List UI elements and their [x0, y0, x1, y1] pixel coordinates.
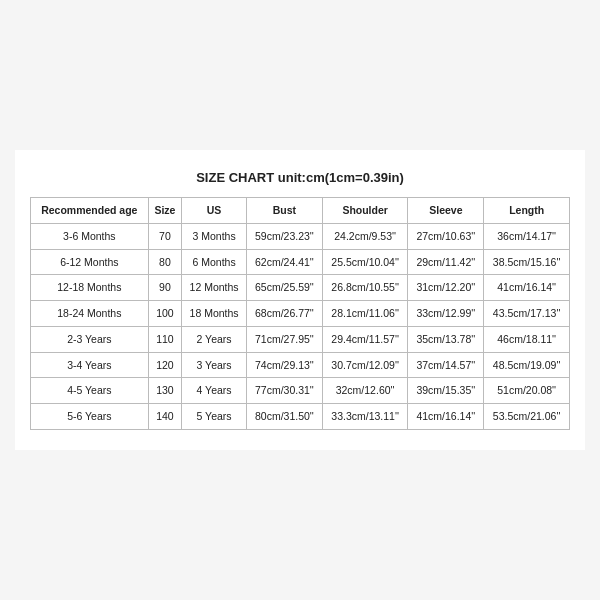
- table-cell: 37cm/14.57'': [408, 352, 484, 378]
- column-header: Shoulder: [322, 198, 408, 224]
- size-chart-container: SIZE CHART unit:cm(1cm=0.39in) Recommend…: [15, 150, 585, 449]
- table-cell: 36cm/14.17'': [484, 224, 570, 250]
- table-cell: 41cm/16.14'': [484, 275, 570, 301]
- chart-title: SIZE CHART unit:cm(1cm=0.39in): [30, 170, 570, 185]
- table-cell: 100: [148, 301, 182, 327]
- table-cell: 5 Years: [182, 403, 247, 429]
- table-cell: 29.4cm/11.57'': [322, 326, 408, 352]
- table-row: 5-6 Years1405 Years80cm/31.50''33.3cm/13…: [31, 403, 570, 429]
- table-cell: 28.1cm/11.06'': [322, 301, 408, 327]
- table-cell: 43.5cm/17.13'': [484, 301, 570, 327]
- table-cell: 3 Months: [182, 224, 247, 250]
- table-row: 4-5 Years1304 Years77cm/30.31''32cm/12.6…: [31, 378, 570, 404]
- table-cell: 46cm/18.11'': [484, 326, 570, 352]
- table-row: 18-24 Months10018 Months68cm/26.77''28.1…: [31, 301, 570, 327]
- table-cell: 51cm/20.08'': [484, 378, 570, 404]
- table-body: 3-6 Months703 Months59cm/23.23''24.2cm/9…: [31, 224, 570, 430]
- table-cell: 27cm/10.63'': [408, 224, 484, 250]
- size-table: Recommended ageSizeUSBustShoulderSleeveL…: [30, 197, 570, 429]
- table-cell: 90: [148, 275, 182, 301]
- table-cell: 65cm/25.59'': [246, 275, 322, 301]
- table-cell: 70: [148, 224, 182, 250]
- table-cell: 31cm/12.20'': [408, 275, 484, 301]
- table-cell: 32cm/12.60'': [322, 378, 408, 404]
- table-cell: 12-18 Months: [31, 275, 149, 301]
- table-cell: 120: [148, 352, 182, 378]
- table-cell: 62cm/24.41'': [246, 249, 322, 275]
- column-header: Size: [148, 198, 182, 224]
- table-cell: 68cm/26.77'': [246, 301, 322, 327]
- column-header: Length: [484, 198, 570, 224]
- table-cell: 53.5cm/21.06'': [484, 403, 570, 429]
- table-row: 2-3 Years1102 Years71cm/27.95''29.4cm/11…: [31, 326, 570, 352]
- table-row: 3-6 Months703 Months59cm/23.23''24.2cm/9…: [31, 224, 570, 250]
- table-cell: 2-3 Years: [31, 326, 149, 352]
- table-cell: 38.5cm/15.16'': [484, 249, 570, 275]
- table-cell: 48.5cm/19.09'': [484, 352, 570, 378]
- table-cell: 30.7cm/12.09'': [322, 352, 408, 378]
- table-cell: 74cm/29.13'': [246, 352, 322, 378]
- table-cell: 29cm/11.42'': [408, 249, 484, 275]
- table-cell: 6 Months: [182, 249, 247, 275]
- table-cell: 77cm/30.31'': [246, 378, 322, 404]
- table-cell: 25.5cm/10.04'': [322, 249, 408, 275]
- table-cell: 71cm/27.95'': [246, 326, 322, 352]
- column-header: US: [182, 198, 247, 224]
- table-cell: 26.8cm/10.55'': [322, 275, 408, 301]
- table-cell: 4 Years: [182, 378, 247, 404]
- table-cell: 3-6 Months: [31, 224, 149, 250]
- table-row: 6-12 Months806 Months62cm/24.41''25.5cm/…: [31, 249, 570, 275]
- table-cell: 18 Months: [182, 301, 247, 327]
- table-cell: 33.3cm/13.11'': [322, 403, 408, 429]
- column-header: Recommended age: [31, 198, 149, 224]
- column-header: Sleeve: [408, 198, 484, 224]
- table-cell: 3 Years: [182, 352, 247, 378]
- table-cell: 110: [148, 326, 182, 352]
- table-cell: 12 Months: [182, 275, 247, 301]
- table-cell: 6-12 Months: [31, 249, 149, 275]
- table-cell: 3-4 Years: [31, 352, 149, 378]
- table-row: 12-18 Months9012 Months65cm/25.59''26.8c…: [31, 275, 570, 301]
- table-header-row: Recommended ageSizeUSBustShoulderSleeveL…: [31, 198, 570, 224]
- table-row: 3-4 Years1203 Years74cm/29.13''30.7cm/12…: [31, 352, 570, 378]
- table-cell: 39cm/15.35'': [408, 378, 484, 404]
- table-cell: 18-24 Months: [31, 301, 149, 327]
- table-cell: 130: [148, 378, 182, 404]
- table-cell: 35cm/13.78'': [408, 326, 484, 352]
- table-cell: 4-5 Years: [31, 378, 149, 404]
- column-header: Bust: [246, 198, 322, 224]
- table-cell: 2 Years: [182, 326, 247, 352]
- table-cell: 140: [148, 403, 182, 429]
- table-cell: 41cm/16.14'': [408, 403, 484, 429]
- table-cell: 24.2cm/9.53'': [322, 224, 408, 250]
- table-cell: 80: [148, 249, 182, 275]
- table-cell: 5-6 Years: [31, 403, 149, 429]
- table-cell: 80cm/31.50'': [246, 403, 322, 429]
- table-cell: 33cm/12.99'': [408, 301, 484, 327]
- table-cell: 59cm/23.23'': [246, 224, 322, 250]
